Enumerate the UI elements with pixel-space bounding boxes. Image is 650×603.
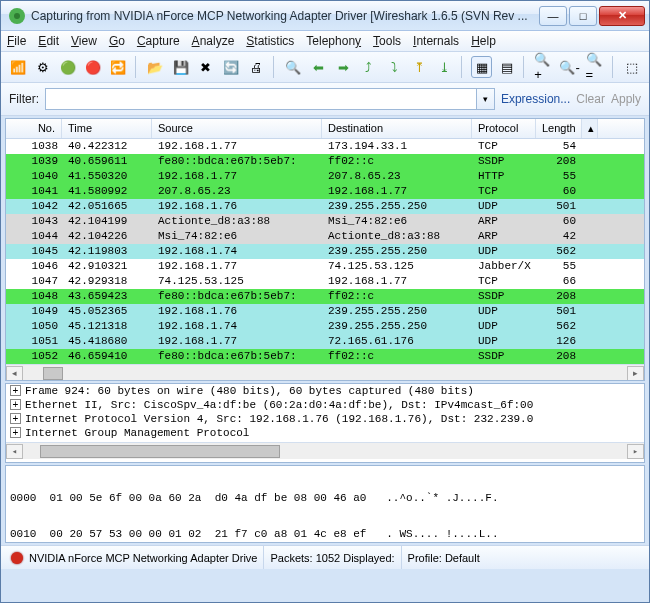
zoom-in-icon[interactable]: 🔍+ [533,56,554,78]
reload-icon[interactable]: 🔄 [221,56,242,78]
open-icon[interactable]: 📂 [145,56,166,78]
col-time[interactable]: Time [62,119,152,138]
scroll-left-icon[interactable]: ◂ [6,366,23,381]
statusbar: NVIDIA nForce MCP Networking Adapter Dri… [1,545,649,569]
table-row[interactable]: 103940.659611fe80::bdca:e67b:5eb7:ff02::… [6,154,644,169]
scroll-right-icon[interactable]: ▸ [627,444,644,459]
col-source[interactable]: Source [152,119,322,138]
table-row[interactable]: 104642.910321192.168.1.7774.125.53.125Ja… [6,259,644,274]
apply-link[interactable]: Apply [611,92,641,106]
table-row[interactable]: 104041.550320192.168.1.77207.8.65.23HTTP… [6,169,644,184]
menu-statistics[interactable]: Statistics [246,34,294,48]
scroll-thumb[interactable] [40,445,280,458]
first-icon[interactable]: ⤒ [409,56,430,78]
scroll-right-icon[interactable]: ▸ [627,366,644,381]
zoom-reset-icon[interactable]: 🔍= [585,56,606,78]
autoscroll-icon[interactable]: ▤ [496,56,517,78]
packet-detail-pane[interactable]: +Frame 924: 60 bytes on wire (480 bits),… [5,383,645,463]
hscroll-detail[interactable]: ◂ ▸ [6,442,644,459]
table-row[interactable]: 104442.104226Msi_74:82:e6Actionte_d8:a3:… [6,229,644,244]
separator [273,56,277,78]
hex-line: 0010 00 20 57 53 00 00 01 02 21 f7 c0 a8… [10,528,640,540]
table-row[interactable]: 104141.580992207.8.65.23192.168.1.77TCP6… [6,184,644,199]
restart-icon[interactable]: 🔁 [108,56,129,78]
table-row[interactable]: 105045.121318192.168.1.74239.255.255.250… [6,319,644,334]
filter-bar: Filter: ▾ Expression... Clear Apply [1,83,649,116]
interfaces-icon[interactable]: 📶 [7,56,28,78]
table-row[interactable]: 104742.92931874.125.53.125192.168.1.77TC… [6,274,644,289]
table-row[interactable]: 104945.052365192.168.1.76239.255.255.250… [6,304,644,319]
start-icon[interactable]: 🟢 [57,56,78,78]
close-button[interactable]: ✕ [599,6,645,26]
menu-telephony[interactable]: Telephony [306,34,361,48]
maximize-button[interactable]: □ [569,6,597,26]
menubar: File Edit View Go Capture Analyze Statis… [1,31,649,52]
table-row[interactable]: 104342.104199Actionte_d8:a3:88Msi_74:82:… [6,214,644,229]
minimize-button[interactable]: — [539,6,567,26]
separator [612,56,616,78]
filter-input[interactable] [45,88,477,110]
expand-icon[interactable]: + [10,399,21,410]
hscroll[interactable]: ◂ ▸ [6,364,644,381]
table-row[interactable]: 104542.119803192.168.1.74239.255.255.250… [6,244,644,259]
menu-view[interactable]: View [71,34,97,48]
detail-line[interactable]: +Frame 924: 60 bytes on wire (480 bits),… [6,384,644,398]
detail-line[interactable]: +Internet Protocol Version 4, Src: 192.1… [6,412,644,426]
menu-file[interactable]: File [7,34,26,48]
print-icon[interactable]: 🖨 [246,56,267,78]
scroll-left-icon[interactable]: ◂ [6,444,23,459]
menu-analyze[interactable]: Analyze [192,34,235,48]
col-protocol[interactable]: Protocol [472,119,536,138]
jump-icon[interactable]: ⤴ [358,56,379,78]
table-row[interactable]: 105246.659410fe80::bdca:e67b:5eb7:ff02::… [6,349,644,364]
expression-link[interactable]: Expression... [501,92,570,106]
close-file-icon[interactable]: ✖ [195,56,216,78]
menu-go[interactable]: Go [109,34,125,48]
goto-icon[interactable]: ⤵ [384,56,405,78]
col-length[interactable]: Length [536,119,582,138]
table-row[interactable]: 104242.051665192.168.1.76239.255.255.250… [6,199,644,214]
detail-line[interactable]: +Internet Group Management Protocol [6,426,644,440]
expand-icon[interactable]: + [10,413,21,424]
last-icon[interactable]: ⤓ [434,56,455,78]
clear-link[interactable]: Clear [576,92,605,106]
forward-icon[interactable]: ➡ [333,56,354,78]
back-icon[interactable]: ⬅ [308,56,329,78]
packet-bytes-pane[interactable]: 0000 01 00 5e 6f 00 0a 60 2a d0 4a df be… [5,465,645,543]
titlebar: Capturing from NVIDIA nForce MCP Network… [1,1,649,31]
recording-icon [11,552,23,564]
table-row[interactable]: 103840.422312192.168.1.77173.194.33.1TCP… [6,139,644,154]
menu-internals[interactable]: Internals [413,34,459,48]
filter-label: Filter: [9,92,39,106]
detail-line[interactable]: +Ethernet II, Src: CiscoSpv_4a:df:be (60… [6,398,644,412]
menu-help[interactable]: Help [471,34,496,48]
menu-tools[interactable]: Tools [373,34,401,48]
table-row[interactable]: 104843.659423fe80::bdca:e67b:5eb7:ff02::… [6,289,644,304]
expand-icon[interactable]: + [10,385,21,396]
separator [461,56,465,78]
filter-dropdown-icon[interactable]: ▾ [477,88,495,110]
options-icon[interactable]: ⚙ [32,56,53,78]
hex-line: 0000 01 00 5e 6f 00 0a 60 2a d0 4a df be… [10,492,640,504]
col-no[interactable]: No. [6,119,62,138]
packet-headers: No. Time Source Destination Protocol Len… [6,119,644,139]
status-interface: NVIDIA nForce MCP Networking Adapter Dri… [5,546,264,569]
zoom-out-icon[interactable]: 🔍- [559,56,581,78]
menu-capture[interactable]: Capture [137,34,180,48]
find-icon[interactable]: 🔍 [283,56,304,78]
status-packets: Packets: 1052 Displayed: [264,546,401,569]
packet-list-pane: No. Time Source Destination Protocol Len… [5,118,645,381]
colorize-icon[interactable]: ▦ [471,56,492,78]
expand-icon[interactable]: + [10,427,21,438]
menu-edit[interactable]: Edit [38,34,59,48]
table-row[interactable]: 105145.418680192.168.1.7772.165.61.176UD… [6,334,644,349]
separator [135,56,139,78]
app-icon [9,8,25,24]
stop-icon[interactable]: 🔴 [83,56,104,78]
resize-cols-icon[interactable]: ⬚ [622,56,643,78]
col-destination[interactable]: Destination [322,119,472,138]
save-icon[interactable]: 💾 [170,56,191,78]
window-title: Capturing from NVIDIA nForce MCP Network… [31,9,539,23]
scroll-thumb[interactable] [43,367,63,380]
packet-rows[interactable]: 103840.422312192.168.1.77173.194.33.1TCP… [6,139,644,364]
